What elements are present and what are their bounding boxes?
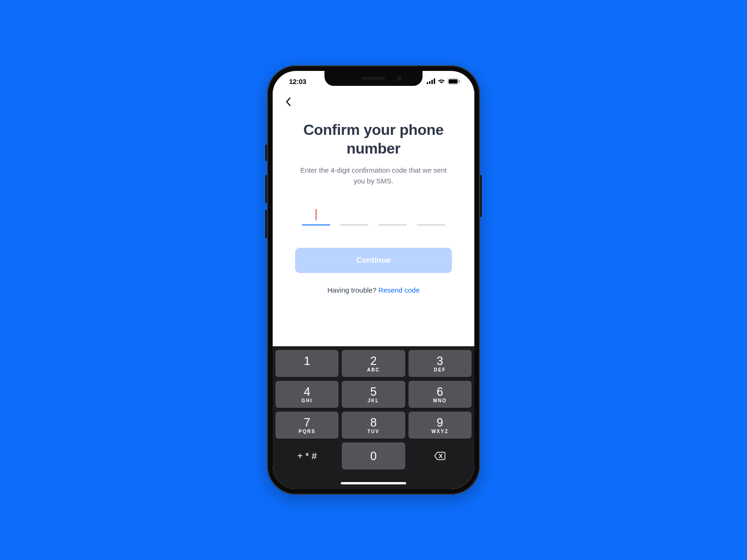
keypad-key-4[interactable]: 4 GHI: [275, 381, 338, 408]
page-subtitle: Enter the 4-digit confirmation code that…: [295, 165, 452, 186]
home-indicator-area: [273, 469, 474, 489]
svg-rect-6: [459, 80, 460, 83]
keypad-key-5[interactable]: 5 JKL: [342, 381, 405, 408]
trouble-prompt: Having trouble?: [327, 286, 378, 294]
status-time: 12:03: [289, 77, 306, 85]
chevron-left-icon: [285, 97, 291, 106]
code-digit-1[interactable]: [302, 205, 330, 225]
number-keypad: 1 2 ABC 3 DEF 4 GHI 5: [273, 346, 474, 469]
backspace-icon: [434, 451, 446, 461]
code-input-group: [295, 205, 452, 225]
keypad-key-3[interactable]: 3 DEF: [409, 350, 472, 377]
resend-code-link[interactable]: Resend code: [378, 286, 419, 294]
svg-rect-3: [434, 78, 435, 84]
trouble-row: Having trouble? Resend code: [295, 286, 452, 294]
keypad-key-7[interactable]: 7 PQRS: [275, 412, 338, 439]
phone-screen: 12:03 Confirm: [273, 71, 474, 489]
page-title: Confirm your phone number: [295, 120, 452, 158]
svg-rect-5: [449, 79, 458, 84]
continue-button[interactable]: Continue: [295, 248, 452, 273]
volume-up-button: [265, 175, 267, 203]
code-digit-3[interactable]: [379, 205, 407, 225]
notch: [324, 71, 423, 86]
wifi-icon: [437, 78, 445, 84]
code-digit-2[interactable]: [340, 205, 368, 225]
power-button: [480, 175, 482, 217]
keypad-key-0[interactable]: 0: [342, 442, 405, 469]
keypad-key-9[interactable]: 9 WXYZ: [409, 412, 472, 439]
text-cursor: [316, 209, 317, 220]
svg-rect-1: [429, 81, 430, 84]
code-digit-4[interactable]: [417, 205, 445, 225]
keypad-key-8[interactable]: 8 TUV: [342, 412, 405, 439]
keypad-key-2[interactable]: 2 ABC: [342, 350, 405, 377]
nav-bar: [273, 91, 474, 112]
keypad-key-1[interactable]: 1: [275, 350, 338, 377]
cellular-signal-icon: [427, 78, 435, 84]
keypad-key-6[interactable]: 6 MNO: [409, 381, 472, 408]
app-content: Confirm your phone number Enter the 4-di…: [273, 91, 474, 346]
keypad-key-delete[interactable]: [409, 442, 472, 469]
mute-switch: [265, 145, 267, 161]
home-indicator[interactable]: [341, 482, 406, 484]
battery-icon: [448, 78, 460, 84]
svg-rect-0: [427, 82, 428, 84]
keypad-key-symbols[interactable]: + * #: [275, 442, 338, 469]
phone-device-frame: 12:03 Confirm: [267, 65, 480, 495]
volume-down-button: [265, 210, 267, 238]
svg-rect-2: [431, 80, 433, 84]
back-button[interactable]: [281, 95, 295, 109]
